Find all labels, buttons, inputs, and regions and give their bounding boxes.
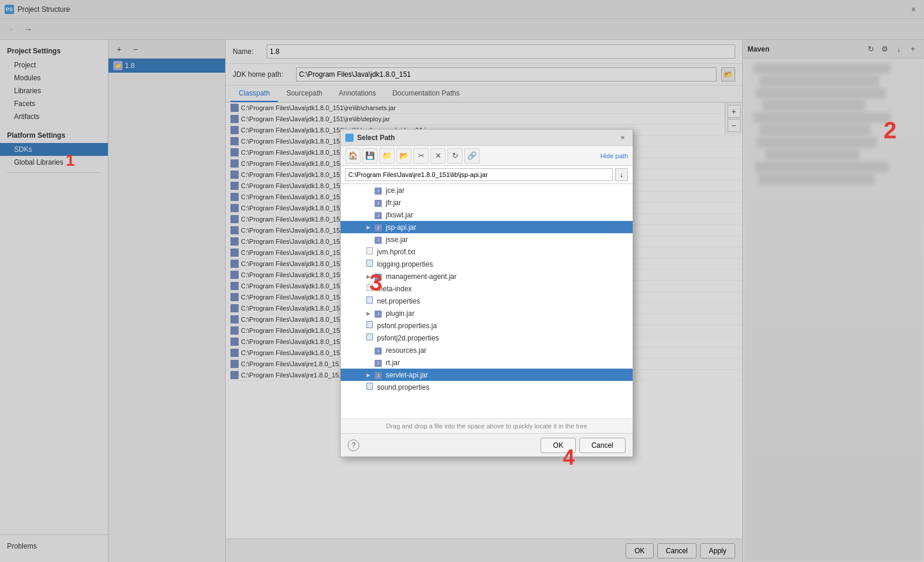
tree-file-icon: J [375,186,382,195]
app-window: PS Project Structure × ← → Project Setti… [0,0,924,562]
tree-item-label: psfontj2d.properties [377,334,439,342]
tree-item-label: psfont.properties.ja [377,322,437,330]
tree-item-jvm-hprof[interactable]: jvm.hprof.txt [341,246,633,258]
tree-item-logging[interactable]: logging.properties [341,258,633,270]
tree-item-sound-props[interactable]: sound.properties [341,381,633,393]
dialog-cancel-button[interactable]: Cancel [579,438,626,453]
dialog-overlay: Select Path × 🏠 💾 📁 📂 ✂ ✕ ↻ 🔗 Hide path [0,0,924,562]
dialog-close2-button[interactable]: ✕ [430,148,446,164]
tree-item-psfontj2d[interactable]: psfontj2d.properties [341,332,633,344]
tree-arrow-icon: ▶ [364,223,372,231]
dialog-folder-up-button[interactable]: 📂 [396,148,412,164]
tree-item-jsse[interactable]: J jsse.jar [341,233,633,246]
dialog-help-button[interactable]: ? [348,440,359,451]
tree-item-label: net.properties [377,297,420,305]
dialog-link-button[interactable]: 🔗 [464,148,480,164]
tree-arrow-icon [356,297,364,305]
tree-arrow-icon: ▶ [364,371,372,379]
dialog-bottom: ? OK Cancel [341,433,633,457]
tree-file-icon [366,260,373,268]
dialog-folder-button[interactable]: 📁 [379,148,395,164]
tree-item-net-props[interactable]: net.properties [341,295,633,307]
tree-item-label: meta-index [377,285,412,293]
tree-file-icon: J [375,309,382,318]
tree-arrow-icon [356,260,364,268]
dialog-home-button[interactable]: 🏠 [345,148,361,164]
dialog-path-input[interactable] [345,168,613,181]
tree-file-icon: J [375,346,382,355]
dialog-title: Select Path [345,134,395,142]
tree-arrow-icon [364,199,372,207]
tree-item-jfr[interactable]: J jfr.jar [341,196,633,209]
dialog-hint: Drag and drop a file into the space abov… [341,418,633,433]
dialog-refresh-button[interactable]: ↻ [447,148,463,164]
tree-file-icon [366,247,373,256]
tree-file-icon: J [375,210,382,219]
tree-item-label: management-agent.jar [386,273,457,281]
tree-arrow-icon: ▶ [364,273,372,281]
dialog-ok-button[interactable]: OK [541,438,575,453]
tree-file-icon [366,383,373,391]
tree-item-jce[interactable]: J jce.jar [341,184,633,196]
tree-item-label: jfxswt.jar [386,211,413,219]
dialog-title-text: Select Path [357,134,395,142]
tree-file-icon [366,284,373,293]
dialog-title-bar: Select Path × [341,130,633,146]
tree-arrow-icon [356,248,364,256]
tree-item-psfont-props[interactable]: psfont.properties.ja [341,319,633,332]
tree-item-label: resources.jar [386,346,426,355]
tree-item-label: rt.jar [386,359,400,367]
dialog-toolbar: 🏠 💾 📁 📂 ✂ ✕ ↻ 🔗 Hide path [341,146,633,166]
dialog-tree: J jce.jarJ jfr.jarJ jfxswt.jar▶J jsp-api… [341,184,633,418]
tree-item-label: plugin.jar [386,309,415,318]
tree-item-plugin[interactable]: ▶J plugin.jar [341,307,633,319]
tree-arrow-icon [356,334,364,342]
tree-item-label: servlet-api.jar [386,371,428,379]
tree-arrow-icon [356,322,364,330]
tree-item-resources[interactable]: J resources.jar [341,344,633,356]
dialog-toolbar-left: 🏠 💾 📁 📂 ✂ ✕ ↻ 🔗 [345,148,480,164]
tree-arrow-icon: ▶ [364,309,372,318]
tree-item-servlet-api[interactable]: ▶J servlet-api.jar [341,369,633,381]
tree-item-label: sound.properties [377,383,429,391]
dialog-path-row: ↓ [341,166,633,184]
tree-arrow-icon [356,383,364,391]
dialog-path-browse-button[interactable]: ↓ [615,168,628,181]
tree-item-jfxswt[interactable]: J jfxswt.jar [341,209,633,221]
select-path-dialog: Select Path × 🏠 💾 📁 📂 ✂ ✕ ↻ 🔗 Hide path [340,129,633,457]
tree-file-icon [366,297,373,305]
hide-path-link[interactable]: Hide path [600,152,628,159]
tree-arrow-icon [364,186,372,195]
tree-arrow-icon [364,211,372,219]
tree-file-icon: J [375,370,382,379]
tree-item-meta-index[interactable]: meta-index [341,282,633,295]
tree-item-label: jce.jar [386,186,405,195]
tree-file-icon [366,333,373,342]
dialog-bottom-right: OK Cancel [541,438,626,453]
tree-item-management-agent[interactable]: ▶J management-agent.jar [341,270,633,282]
dialog-drive-button[interactable]: 💾 [362,148,378,164]
dialog-cut-button[interactable]: ✂ [413,148,429,164]
tree-arrow-icon [356,285,364,293]
tree-item-rt[interactable]: J rt.jar [341,356,633,369]
tree-arrow-icon [364,359,372,367]
tree-file-icon: J [375,223,382,231]
tree-file-icon: J [375,272,382,281]
tree-file-icon: J [375,235,382,244]
tree-item-jsp-api[interactable]: ▶J jsp-api.jar [341,221,633,233]
tree-file-icon: J [375,358,382,367]
tree-arrow-icon [364,236,372,244]
tree-item-label: jfr.jar [386,199,401,207]
tree-item-label: jsp-api.jar [386,223,416,231]
tree-item-label: jsse.jar [386,236,408,244]
tree-file-icon [366,321,373,330]
tree-item-label: jvm.hprof.txt [377,248,415,256]
dialog-close-button[interactable]: × [617,132,628,143]
tree-item-label: logging.properties [377,260,433,268]
tree-file-icon: J [375,198,382,207]
tree-arrow-icon [364,346,372,355]
